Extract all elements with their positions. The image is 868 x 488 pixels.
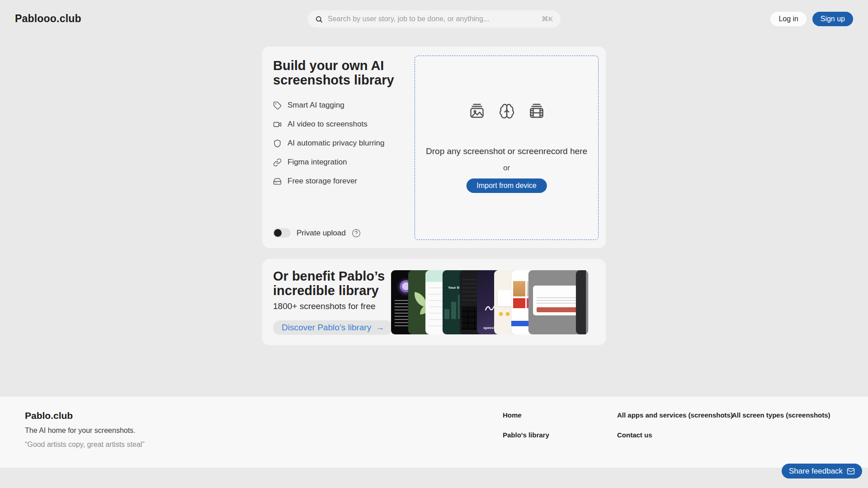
screenshot-thumbnails-strip: Your Effort speechify xyxy=(391,270,606,334)
shield-icon xyxy=(273,139,282,148)
library-card-title: Or benefit Pablo’s incredible library xyxy=(273,269,400,298)
share-feedback-label: Share feedback xyxy=(789,467,843,476)
library-card-subtitle: 1800+ screenshots for free xyxy=(273,301,376,311)
upload-card: Build your own AI screenshots library Sm… xyxy=(262,47,606,248)
dropzone-icons xyxy=(415,103,598,119)
library-card: Or benefit Pablo’s incredible library 18… xyxy=(262,259,606,345)
feature-label: AI video to screenshots xyxy=(288,120,368,129)
footer-link-home[interactable]: Home xyxy=(503,411,549,419)
login-button[interactable]: Log in xyxy=(770,12,807,26)
brain-icon xyxy=(499,103,515,119)
hard-drive-icon xyxy=(273,177,282,186)
arrow-right-icon: → xyxy=(376,323,384,333)
envelope-icon xyxy=(847,467,855,475)
feature-label: Figma integration xyxy=(288,158,347,167)
feature-label: Smart AI tagging xyxy=(288,101,344,110)
help-circle-icon[interactable] xyxy=(352,229,361,238)
feature-smart-ai-tagging: Smart AI tagging xyxy=(273,101,384,110)
film-icon xyxy=(528,103,545,119)
private-upload-label: Private upload xyxy=(297,229,346,238)
feature-label: Free storage forever xyxy=(288,177,357,186)
thumbnail-partial-phone xyxy=(576,270,586,334)
global-search[interactable]: ⌘K xyxy=(307,10,561,28)
footer-quote: “Good artists copy, great artists steal” xyxy=(25,441,145,449)
footer-link-all-screen-types[interactable]: All screen types (screenshots) xyxy=(732,411,830,419)
dropzone-text: Drop any screenshot or screenrecord here xyxy=(415,146,598,156)
upload-card-title: Build your own AI screenshots library xyxy=(273,58,404,87)
feature-free-storage: Free storage forever xyxy=(273,177,384,186)
footer: Pablo.club The AI home for your screensh… xyxy=(0,397,868,468)
photos-icon xyxy=(469,103,485,119)
footer-link-all-apps[interactable]: All apps and services (screenshots) xyxy=(617,411,733,419)
search-shortcut: ⌘K xyxy=(542,15,553,23)
link-icon xyxy=(273,158,282,167)
discover-library-label: Discover Pablo’s library xyxy=(282,323,371,333)
feature-privacy-blurring: AI automatic privacy blurring xyxy=(273,139,384,148)
feature-ai-video: AI video to screenshots xyxy=(273,120,384,129)
dropzone-or-text: or xyxy=(415,164,598,173)
video-camera-icon xyxy=(273,120,282,129)
private-upload-row: Private upload xyxy=(273,228,361,238)
feature-figma-integration: Figma integration xyxy=(273,158,384,167)
footer-tagline: The AI home for your screenshots. xyxy=(25,427,136,435)
footer-column-1: Home Pablo's library xyxy=(503,411,549,439)
footer-column-3: All screen types (screenshots) xyxy=(732,411,830,419)
footer-link-pablos-library[interactable]: Pablo's library xyxy=(503,431,549,439)
private-upload-toggle[interactable] xyxy=(273,228,291,238)
upload-dropzone[interactable]: Drop any screenshot or screenrecord here… xyxy=(415,56,599,240)
footer-column-2: All apps and services (screenshots) Cont… xyxy=(617,411,733,439)
feature-list: Smart AI tagging AI video to screenshots… xyxy=(273,101,384,186)
signup-button[interactable]: Sign up xyxy=(812,12,853,26)
footer-brand: Pablo.club xyxy=(25,410,73,421)
site-logo[interactable]: Pablooo.club xyxy=(15,13,81,25)
toggle-knob xyxy=(274,229,282,237)
import-from-device-button[interactable]: Import from device xyxy=(466,178,547,193)
search-input[interactable] xyxy=(328,15,537,23)
share-feedback-button[interactable]: Share feedback xyxy=(782,464,862,479)
search-icon xyxy=(315,15,323,23)
discover-library-button[interactable]: Discover Pablo’s library → xyxy=(273,320,393,335)
footer-link-contact-us[interactable]: Contact us xyxy=(617,431,733,439)
feature-label: AI automatic privacy blurring xyxy=(288,139,384,148)
tag-icon xyxy=(273,101,282,110)
